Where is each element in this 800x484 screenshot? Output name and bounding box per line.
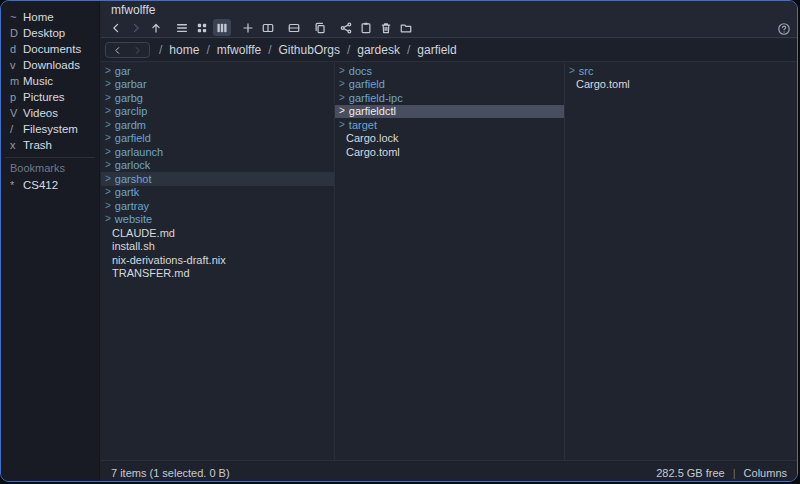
folder-expand-icon: > [105, 201, 111, 211]
copy-button[interactable] [311, 19, 329, 36]
share-icon [339, 21, 353, 35]
file-name: garfieldctl [349, 105, 396, 117]
file-name: garlock [115, 159, 150, 171]
help-button[interactable] [775, 20, 793, 37]
sidebar-item-pictures[interactable]: pPictures [1, 89, 99, 105]
split-vertical-button[interactable] [259, 19, 277, 36]
folder-icon [399, 21, 413, 35]
sidebar-item-home[interactable]: ~Home [1, 9, 99, 25]
new-button[interactable] [239, 19, 257, 36]
filesystem-icon: / [10, 123, 23, 135]
file-row[interactable]: >target [335, 118, 564, 132]
sidebar-item-videos[interactable]: VVideos [1, 105, 99, 121]
grid-view-button[interactable] [193, 19, 211, 36]
miller-columns: >gar>garbar>garbg>garclip>gardm>garfield… [101, 63, 797, 460]
folder-expand-icon: > [339, 66, 345, 76]
forward-button[interactable] [127, 19, 145, 36]
file-row[interactable]: >garclip [101, 105, 334, 119]
file-row[interactable]: >garfield [101, 132, 334, 146]
file-row[interactable]: >website [101, 213, 334, 227]
breadcrumb-segment[interactable]: GithubOrgs [279, 43, 340, 57]
file-name: Cargo.toml [346, 146, 400, 158]
file-row[interactable]: >garshot [101, 172, 334, 186]
file-row[interactable]: CLAUDE.md [101, 226, 334, 240]
breadcrumb-segment[interactable]: gardesk [357, 43, 400, 57]
file-name: TRANSFER.md [112, 267, 190, 279]
paste-button[interactable] [357, 19, 375, 36]
list-view-icon [175, 21, 189, 35]
sidebar-item-label: Music [23, 75, 53, 87]
sidebar-item-cs412[interactable]: *CS412 [1, 177, 99, 193]
column-view-button[interactable] [213, 19, 231, 36]
folder-expand-icon: > [105, 174, 111, 184]
share-button[interactable] [337, 19, 355, 36]
file-row[interactable]: Cargo.toml [335, 145, 564, 159]
file-name: src [579, 65, 594, 77]
breadcrumb-segment[interactable]: mfwolffe [217, 43, 261, 57]
folder-expand-icon: > [105, 93, 111, 103]
grid-view-icon [195, 21, 209, 35]
folder-button[interactable] [397, 19, 415, 36]
folder-expand-icon: > [105, 106, 111, 116]
file-row[interactable]: >docs [335, 64, 564, 78]
pathbar-back-button[interactable] [112, 45, 123, 56]
file-row[interactable]: >garfield [335, 78, 564, 92]
file-row[interactable]: nix-derivations-draft.nix [101, 253, 334, 267]
column-2[interactable]: >docs>garfield>garfield-ipc>garfieldctl>… [335, 63, 565, 460]
file-row[interactable]: >garbar [101, 78, 334, 92]
file-row[interactable]: >garfieldctl [335, 105, 564, 119]
copy-icon [313, 21, 327, 35]
sidebar-item-filesystem[interactable]: /Filesystem [1, 121, 99, 137]
toolbar [101, 17, 797, 38]
file-name: CLAUDE.md [112, 227, 175, 239]
pathbar-forward-button[interactable] [132, 45, 143, 56]
pathbar: /home/mfwolffe/GithubOrgs/gardesk/garfie… [101, 39, 797, 62]
file-row[interactable]: >garlaunch [101, 145, 334, 159]
column-3[interactable]: >srcCargo.toml [565, 63, 797, 460]
breadcrumb-segment[interactable]: garfield [417, 43, 456, 57]
paste-icon [359, 21, 373, 35]
file-name: garshot [115, 173, 152, 185]
file-row[interactable]: >garbg [101, 91, 334, 105]
desktop-icon: D [10, 27, 23, 39]
file-row[interactable]: Cargo.toml [565, 78, 797, 92]
sidebar-item-label: Pictures [23, 91, 65, 103]
breadcrumb-segment[interactable]: home [169, 43, 199, 57]
sidebar-item-music[interactable]: mMusic [1, 73, 99, 89]
bookmark-icon: * [10, 179, 23, 191]
back-button[interactable] [107, 19, 125, 36]
file-row[interactable]: >garlock [101, 159, 334, 173]
sidebar-item-desktop[interactable]: DDesktop [1, 25, 99, 41]
file-row[interactable]: Cargo.lock [335, 132, 564, 146]
sidebar-item-documents[interactable]: dDocuments [1, 41, 99, 57]
folder-expand-icon: > [105, 120, 111, 130]
file-row[interactable]: >gar [101, 64, 334, 78]
file-row[interactable]: >src [565, 64, 797, 78]
sidebar-item-label: Home [23, 11, 54, 23]
file-row[interactable]: >gartk [101, 186, 334, 200]
file-name: gartray [115, 200, 149, 212]
view-mode-selector[interactable]: Columns [744, 467, 787, 479]
file-row[interactable]: TRANSFER.md [101, 267, 334, 281]
pathbar-nav-group [105, 42, 150, 58]
file-name: garfield [115, 132, 151, 144]
trash-icon: x [10, 139, 23, 151]
breadcrumb-separator: / [268, 43, 271, 57]
split-horizontal-button[interactable] [285, 19, 303, 36]
up-button[interactable] [147, 19, 165, 36]
list-view-button[interactable] [173, 19, 191, 36]
sidebar-item-downloads[interactable]: vDownloads [1, 57, 99, 73]
column-1[interactable]: >gar>garbar>garbg>garclip>gardm>garfield… [101, 63, 335, 460]
plus-icon [241, 21, 255, 35]
sidebar-item-label: Filesystem [23, 123, 78, 135]
file-row[interactable]: >garfield-ipc [335, 91, 564, 105]
file-name: docs [349, 65, 372, 77]
folder-expand-icon: > [105, 133, 111, 143]
sidebar-item-trash[interactable]: xTrash [1, 137, 99, 153]
folder-expand-icon: > [105, 147, 111, 157]
file-name: target [349, 119, 377, 131]
delete-button[interactable] [377, 19, 395, 36]
file-row[interactable]: >gardm [101, 118, 334, 132]
file-row[interactable]: >gartray [101, 199, 334, 213]
file-row[interactable]: install.sh [101, 240, 334, 254]
